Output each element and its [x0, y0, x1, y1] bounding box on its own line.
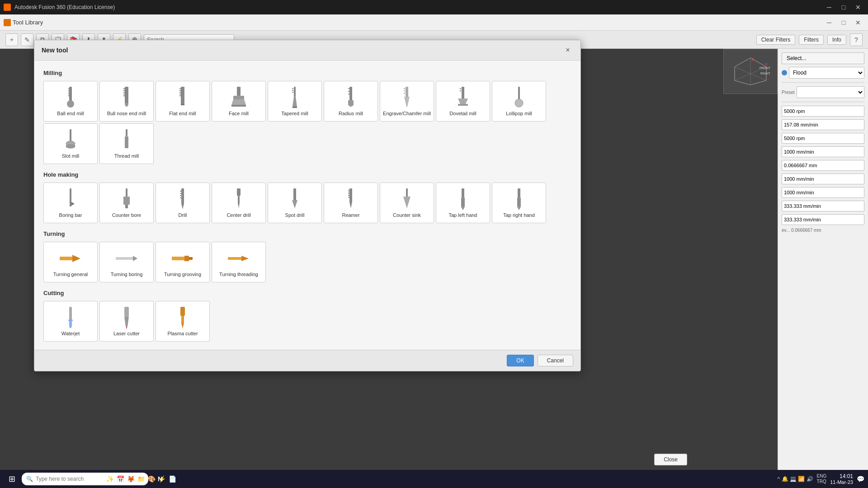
tool-radius-mill[interactable]: Radius mill — [324, 81, 378, 122]
tool-dovetail-mill[interactable]: Dovetail mill — [436, 81, 490, 122]
tool-engrave-chamfer-mill[interactable]: Engrave/Chamfer mill — [380, 81, 434, 122]
feedrate4-input[interactable] — [782, 187, 864, 198]
svg-rect-32 — [294, 87, 296, 97]
tool-spot-drill[interactable]: Spot drill — [268, 183, 322, 223]
turning-section-title: Turning — [43, 230, 571, 237]
tool-boring-bar[interactable]: Boring bar — [43, 183, 98, 223]
svg-rect-31 — [231, 105, 246, 107]
notion-app[interactable]: N — [152, 471, 168, 487]
dialog-close-button[interactable]: × — [562, 45, 573, 56]
tool-tap-right-hand[interactable]: Tap right hand — [492, 183, 546, 223]
tool-turning-boring[interactable]: Turning boring — [99, 242, 154, 282]
svg-marker-90 — [349, 202, 352, 208]
tool-thread-mill[interactable]: Thread mill — [99, 123, 154, 164]
taskbar-search-input[interactable] — [36, 476, 104, 482]
close-button[interactable]: Close — [654, 454, 687, 465]
title-bar-controls: ─ □ ✕ — [823, 1, 864, 14]
tool-face-mill[interactable]: Face mill — [212, 81, 266, 122]
filters-button[interactable]: Filters — [799, 35, 824, 45]
tool-slot-mill[interactable]: Slot mill — [43, 123, 98, 164]
preset-label: Preset — [782, 90, 795, 95]
svg-rect-93 — [462, 188, 464, 197]
turning-general-icon — [61, 247, 80, 270]
reamer-label: Reamer — [342, 212, 359, 218]
tool-counter-sink[interactable]: Counter sink — [380, 183, 434, 223]
svg-marker-110 — [518, 207, 520, 210]
tool-center-drill[interactable]: Center drill — [212, 183, 266, 223]
tool-reamer[interactable]: Reamer — [324, 183, 378, 223]
svg-marker-123 — [124, 317, 129, 327]
close-app-button[interactable]: ✕ — [852, 1, 864, 14]
svg-point-57 — [66, 145, 75, 148]
cortana-icon: ✨ — [106, 475, 114, 483]
tool-counter-bore[interactable]: Counter bore — [99, 183, 154, 223]
preset-select[interactable] — [797, 86, 864, 98]
reamer-icon — [341, 188, 361, 211]
help-button[interactable]: ? — [850, 33, 863, 46]
svg-text:Z: Z — [751, 57, 754, 62]
add-button[interactable]: ＋ — [5, 33, 18, 46]
tool-flat-end-mill[interactable]: Flat end mill — [156, 81, 210, 122]
lollipop-mill-label: Lollipop mill — [506, 111, 532, 117]
feedrate2-input[interactable] — [782, 146, 864, 157]
tool-turning-general[interactable]: Turning general — [43, 242, 98, 282]
feedrate6-input[interactable] — [782, 214, 864, 225]
feedrate1-input[interactable] — [782, 119, 864, 130]
counter-sink-label: Counter sink — [393, 212, 421, 218]
clear-filters-button[interactable]: Clear Filters — [756, 35, 796, 45]
tool-turning-threading[interactable]: Turning threading — [212, 242, 266, 282]
counter-sink-icon — [397, 188, 417, 211]
rpm2-input[interactable] — [782, 133, 864, 144]
start-button[interactable]: ⊞ — [4, 471, 20, 487]
tl-minimize-button[interactable]: ─ — [823, 16, 835, 29]
milling-section-title: Milling — [43, 70, 571, 76]
feedrate5-input[interactable] — [782, 201, 864, 211]
tool-bull-nose-end-mill[interactable]: Bull nose end mill — [99, 81, 154, 122]
coolant-select[interactable]: Flood — [789, 67, 864, 79]
tool-waterjet[interactable]: Waterjet — [43, 301, 98, 342]
tl-close-button[interactable]: ✕ — [852, 16, 864, 29]
hole-making-tools-grid: Boring bar Counter bore — [43, 183, 571, 223]
title-bar: Autodesk Fusion 360 (Education License) … — [0, 0, 868, 14]
tool-drill[interactable]: Drill — [156, 183, 210, 223]
restore-button[interactable]: □ — [837, 1, 850, 14]
boring-bar-label: Boring bar — [59, 212, 82, 218]
svg-rect-27 — [181, 104, 184, 105]
svg-rect-47 — [462, 87, 464, 99]
tool-library-icon — [4, 19, 11, 26]
notification-icon[interactable]: 💬 — [857, 475, 864, 483]
taskbar-search-box[interactable]: 🔍 ✨ 📅 🦊 📁 🎨 ⚡ 📄 — [22, 473, 148, 485]
chipload-input[interactable] — [782, 160, 864, 171]
select-button[interactable]: Select... — [782, 52, 864, 64]
feedrate3-input[interactable] — [782, 174, 864, 184]
cutting-section-title: Cutting — [43, 290, 571, 296]
tool-lollipop-mill[interactable]: Lollipop mill — [492, 81, 546, 122]
tool-tapered-mill[interactable]: Tapered mill — [268, 81, 322, 122]
tool-ball-end-mill[interactable]: Ball end mill — [43, 81, 98, 122]
tool-laser-cutter[interactable]: Laser cutter — [99, 301, 154, 342]
svg-marker-83 — [292, 200, 297, 208]
ok-button[interactable]: OK — [507, 355, 533, 366]
svg-rect-29 — [233, 96, 244, 99]
right-panel: Select... Flood Preset ev... 0.0666667 m… — [778, 49, 868, 470]
turning-boring-label: Turning boring — [111, 272, 143, 277]
tl-restore-button[interactable]: □ — [837, 16, 850, 29]
svg-rect-8 — [69, 87, 72, 102]
tap-right-hand-label: Tap right hand — [503, 212, 535, 218]
edit-button[interactable]: ✎ — [21, 33, 33, 46]
taskbar-date: 11-Mar-23 — [830, 479, 853, 485]
slot-mill-label: Slot mill — [62, 153, 80, 159]
dialog-body: Milling Ball end mill — [34, 61, 580, 350]
svg-rect-125 — [180, 307, 185, 316]
flat-end-mill-label: Flat end mill — [169, 111, 196, 117]
info-button[interactable]: Info — [827, 35, 846, 45]
drill-icon — [173, 188, 193, 211]
tool-tap-left-hand[interactable]: Tap left hand — [436, 183, 490, 223]
rpm1-input[interactable] — [782, 106, 864, 117]
tool-turning-grooving[interactable]: Turning grooving — [156, 242, 210, 282]
cancel-button[interactable]: Cancel — [538, 355, 573, 366]
svg-marker-101 — [462, 207, 464, 210]
tool-plasma-cutter[interactable]: Plasma cutter — [156, 301, 210, 342]
tapered-mill-label: Tapered mill — [281, 111, 308, 117]
minimize-button[interactable]: ─ — [823, 1, 835, 14]
